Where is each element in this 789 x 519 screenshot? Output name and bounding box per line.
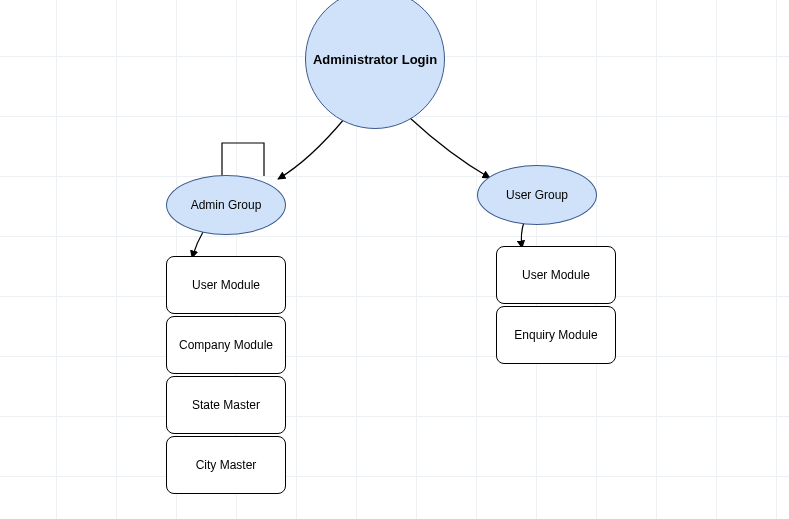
- node-user-group: User Group: [477, 165, 597, 225]
- node-user-module: User Module: [496, 246, 616, 304]
- node-label: User Module: [192, 278, 260, 292]
- node-admin-module: City Master: [166, 436, 286, 494]
- node-admin-module: Company Module: [166, 316, 286, 374]
- node-user-module: Enquiry Module: [496, 306, 616, 364]
- node-label: State Master: [192, 398, 260, 412]
- node-label: Company Module: [179, 338, 273, 352]
- node-admin-module: State Master: [166, 376, 286, 434]
- edge-user-to-modules: [521, 222, 524, 248]
- node-administrator-login: Administrator Login: [305, 0, 445, 129]
- edge-admin-self-loop: [222, 143, 264, 178]
- edge-root-to-user: [410, 118, 490, 178]
- node-label: Enquiry Module: [514, 328, 597, 342]
- node-admin-group: Admin Group: [166, 175, 286, 235]
- diagram-canvas: Administrator Login Admin Group User Gro…: [0, 0, 789, 519]
- node-label: User Module: [522, 268, 590, 282]
- edge-root-to-admin: [278, 118, 345, 179]
- node-label: City Master: [196, 458, 257, 472]
- edge-admin-to-modules: [192, 230, 204, 258]
- node-label: Administrator Login: [313, 52, 437, 67]
- node-admin-module: User Module: [166, 256, 286, 314]
- node-label: User Group: [506, 188, 568, 202]
- node-label: Admin Group: [191, 198, 262, 212]
